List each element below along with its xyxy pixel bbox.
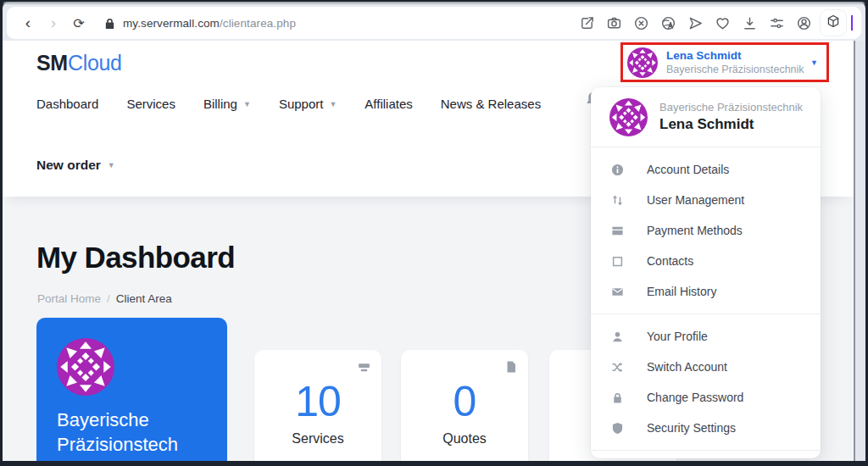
forward-icon[interactable]: › — [41, 14, 66, 32]
user-avatar — [609, 98, 648, 136]
server-icon — [357, 360, 371, 378]
menu-item-user-management[interactable]: User Management — [591, 185, 821, 215]
company-avatar — [57, 338, 114, 396]
tune-icon[interactable] — [769, 15, 785, 31]
menu-item-email-history[interactable]: Email History — [591, 276, 821, 307]
menu-item-security-settings[interactable]: Security Settings — [591, 413, 821, 443]
user-dropdown-menu: Bayerische Präzisionstechnik Lena Schmid… — [591, 87, 821, 458]
logo[interactable]: SMCloud — [36, 51, 122, 75]
url-bar[interactable]: my.servermall.com/clientarea.php — [123, 17, 296, 30]
lock-icon — [611, 391, 625, 404]
scrollbar[interactable] — [854, 41, 865, 461]
quotes-count: 0 — [401, 377, 528, 426]
menu-item-contacts[interactable]: Contacts — [591, 246, 821, 276]
contacts-square-icon — [611, 255, 625, 268]
blocker-x-icon[interactable] — [633, 15, 649, 31]
user-avatar — [627, 47, 658, 78]
quotes-label: Quotes — [401, 431, 528, 447]
services-label: Services — [254, 431, 381, 447]
person-icon — [611, 330, 625, 343]
breadcrumb-separator: / — [107, 292, 110, 305]
shield-icon — [611, 422, 625, 435]
account-summary-card[interactable]: Bayerische Präzisionstech — [36, 318, 227, 461]
menu-item-account-details[interactable]: Account Details — [591, 154, 821, 185]
nav-news-releases[interactable]: News & Releases — [441, 97, 541, 111]
sort-arrows-icon — [611, 194, 625, 207]
menu-item-switch-account[interactable]: Switch Account — [591, 352, 821, 382]
heart-icon[interactable] — [715, 15, 731, 31]
info-icon — [611, 164, 625, 176]
nav-affiliates[interactable]: Affiliates — [364, 97, 412, 111]
main-nav: Dashboard Services Billing▼ Support▼ Aff… — [36, 97, 541, 111]
translate-icon[interactable] — [660, 15, 676, 31]
secondary-nav: New order ▼ — [36, 158, 115, 173]
share-edit-icon[interactable] — [579, 15, 595, 31]
menu-item-your-profile[interactable]: Your Profile — [591, 321, 821, 352]
logo-sm: SM — [36, 51, 68, 75]
services-stat-card[interactable]: 10 Services — [254, 350, 381, 461]
dropdown-user-name: Lena Schmidt — [659, 115, 803, 135]
account-card-line1: Bayerische — [57, 408, 207, 432]
client-area-page: SMCloud Dashboard Services Billing▼ Supp… — [3, 41, 854, 461]
browser-toolbar: ‹ › ⟳ my.servermall.com/clientarea.php — [7, 7, 861, 39]
dropdown-user-header: Bayerische Präzisionstechnik Lena Schmid… — [591, 87, 821, 147]
chevron-down-icon: ▼ — [108, 161, 115, 169]
lock-icon — [103, 17, 116, 30]
user-name: Lena Schmidt — [666, 49, 804, 64]
user-menu-trigger[interactable]: Lena Schmidt Bayerische Präzisionstechni… — [623, 45, 826, 80]
chevron-down-icon: ▼ — [243, 100, 251, 108]
dropdown-company: Bayerische Präzisionstechnik — [659, 100, 803, 115]
chevron-down-icon: ▼ — [329, 100, 337, 108]
new-order-button[interactable]: New order — [36, 158, 101, 173]
browser-chrome: ‹ › ⟳ my.servermall.com/clientarea.php — [3, 2, 865, 41]
back-icon[interactable]: ‹ — [15, 14, 41, 32]
extension-cube-icon — [826, 14, 841, 32]
document-icon — [504, 360, 518, 377]
envelope-icon — [611, 286, 625, 298]
download-icon[interactable] — [742, 15, 758, 31]
quotes-stat-card[interactable]: 0 Quotes — [401, 350, 528, 461]
breadcrumb-portal-home[interactable]: Portal Home — [37, 292, 101, 305]
url-host: my.servermall.com — [123, 17, 220, 30]
account-card-line2: Präzisionstech — [57, 432, 207, 457]
extension-pill[interactable] — [821, 10, 846, 36]
url-path: /clientarea.php — [220, 17, 296, 30]
page-title: My Dashboard — [36, 241, 235, 275]
services-count: 10 — [254, 377, 381, 426]
credit-card-icon — [611, 225, 625, 237]
breadcrumb: Portal Home / Client Area — [37, 292, 172, 305]
shuffle-icon — [611, 361, 625, 374]
breadcrumb-client-area: Client Area — [116, 292, 172, 305]
reload-icon[interactable]: ⟳ — [66, 15, 92, 31]
nav-services[interactable]: Services — [126, 97, 175, 111]
nav-support[interactable]: Support▼ — [279, 97, 337, 111]
nav-billing[interactable]: Billing▼ — [203, 97, 251, 111]
profile-avatar-icon[interactable] — [796, 15, 812, 31]
nav-dashboard[interactable]: Dashboard — [36, 97, 98, 111]
menu-item-payment-methods[interactable]: Payment Methods — [591, 215, 821, 246]
menu-item-change-password[interactable]: Change Password — [591, 382, 821, 413]
divider — [591, 450, 821, 451]
text-cursor — [851, 15, 853, 31]
logo-cloud: Cloud — [68, 51, 122, 75]
chevron-down-icon: ▼ — [810, 58, 818, 67]
camera-icon[interactable] — [606, 15, 622, 31]
send-icon[interactable] — [687, 15, 704, 31]
user-company: Bayerische Präzisionstechnik — [666, 64, 804, 77]
